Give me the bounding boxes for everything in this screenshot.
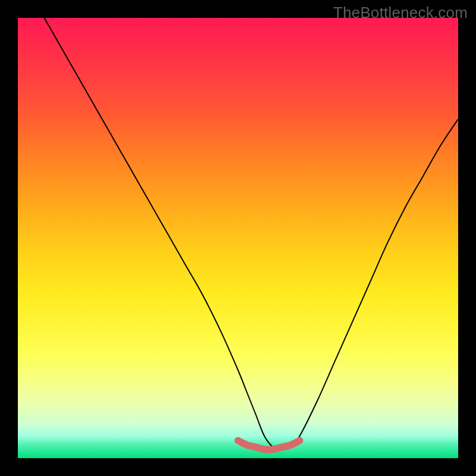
chart-stage: TheBottleneck.com bbox=[0, 0, 476, 476]
bottleneck-curve bbox=[44, 18, 458, 449]
valley-marker bbox=[238, 440, 300, 449]
plot-gradient-area bbox=[18, 18, 458, 458]
watermark-text: TheBottleneck.com bbox=[333, 4, 468, 22]
valley-highlight bbox=[238, 440, 300, 449]
plot-svg bbox=[18, 18, 458, 458]
curve-group bbox=[44, 18, 458, 449]
